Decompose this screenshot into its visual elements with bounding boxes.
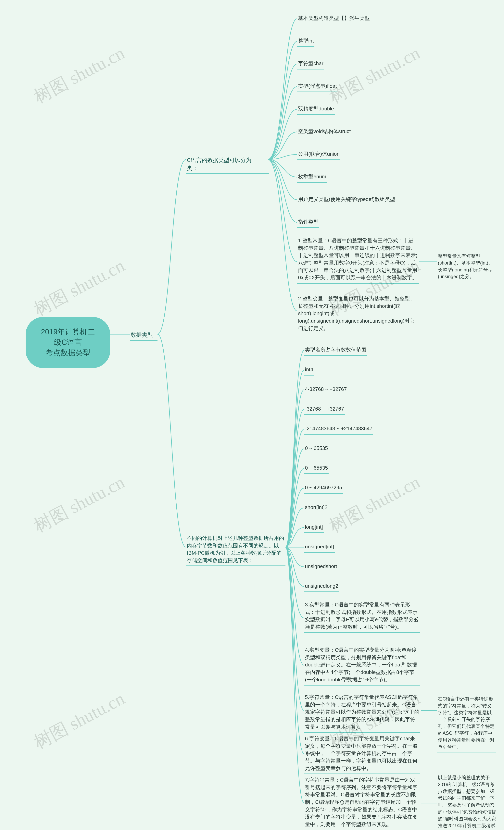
leaf-a3[interactable]: 实型(浮点型)float <box>297 82 338 92</box>
watermark: 树图 shutu.cn <box>30 687 129 755</box>
leaf-b4[interactable]: -2147483648 ~ +2147483647 <box>304 424 373 435</box>
leaf-a10-side[interactable]: 整型常量又有短整型(shortint)、基本整型(int)、长整型(longin… <box>437 252 496 282</box>
leaf-b16[interactable]: 6.字符变量：C语言中的字符变量用关键字char来定义，每个字符变量中只能存放一… <box>304 734 420 774</box>
leaf-a8[interactable]: 用户定义类型(使用关键字typedef)数组类型 <box>297 195 396 205</box>
leaf-b13[interactable]: 3.实型常量：C语言中的实型常量有两种表示形式：十进制数形式和指数形式。在用指数… <box>304 600 420 633</box>
watermark: 树图 shutu.cn <box>325 41 424 109</box>
leaf-b2[interactable]: 4-32768 ~ +32767 <box>304 385 348 395</box>
watermark: 树图 shutu.cn <box>325 470 424 538</box>
leaf-b12[interactable]: unsignedlong2 <box>304 582 339 592</box>
leaf-a1[interactable]: 整型int <box>297 36 314 47</box>
leaf-b5[interactable]: 0 ~ 65535 <box>304 444 328 454</box>
leaf-a4[interactable]: 双精度型double <box>297 104 335 115</box>
watermark: 树图 shutu.cn <box>30 470 129 538</box>
leaf-a10[interactable]: 1.整型常量：C语言中的整型常量有三种形式：十进制整型常量、八进制整型常量和十六… <box>297 236 419 284</box>
leaf-b10[interactable]: unsigned[int] <box>304 542 335 553</box>
branch-a-node[interactable]: C语言的数据类型可以分为三类： <box>186 155 269 174</box>
leaf-b7[interactable]: 0 ~ 4294697295 <box>304 483 343 493</box>
leaf-b15[interactable]: 5.字符常量：C语言的字符常量代表ASCⅡ码字符集里的一个字符，在程序中要单引号… <box>304 693 420 733</box>
leaf-b9[interactable]: long[int] <box>304 522 324 533</box>
leaf-b6[interactable]: 0 ~ 65535 <box>304 464 328 474</box>
leaf-b14[interactable]: 4.实型变量：C语言中的实型变量分为两种:单精度类型和双精度类型，分别用保留关键… <box>304 646 420 685</box>
leaf-a0[interactable]: 基本类型构造类型【】派生类型 <box>297 14 371 24</box>
leaf-b3[interactable]: -32768 ~ +32767 <box>304 405 345 415</box>
leaf-b0[interactable]: 类型名所占字节数数值范围 <box>304 345 367 356</box>
watermark: 树图 shutu.cn <box>30 254 129 322</box>
leaf-b8[interactable]: short[int]2 <box>304 503 328 513</box>
leaf-b11[interactable]: unsignedshort <box>304 562 338 572</box>
level1-node[interactable]: 数据类型 <box>130 330 158 341</box>
leaf-a2[interactable]: 字符型char <box>297 59 324 69</box>
leaf-b17-side[interactable]: 以上就是小编整理的关于2019年计算机二级C语言考点数据类型，想要参加二级考试的… <box>437 773 498 830</box>
leaf-a5[interactable]: 空类型void结构体struct <box>297 127 351 137</box>
leaf-a6[interactable]: 公用(联合)体union <box>297 150 340 160</box>
leaf-b15-side[interactable]: 在C语言中还有一类特殊形式的字符常量，称为"转义字符"。这类字符常量是以一个反斜… <box>437 695 496 753</box>
leaf-a11[interactable]: 2.整型变量：整型变量也可以分为基本型、短整型、长整型和无符号型四种。分别用in… <box>297 294 419 334</box>
watermark: 树图 shutu.cn <box>30 41 129 109</box>
leaf-a7[interactable]: 枚举型enum <box>297 172 327 183</box>
branch-b-node[interactable]: 不同的计算机对上述几种整型数据所占用的内存字节数和数值范围有不同的规定。以IBM… <box>186 533 285 566</box>
leaf-a9[interactable]: 指针类型 <box>297 218 319 228</box>
root-node[interactable]: 2019年计算机二级C语言 考点数据类型 <box>26 317 110 368</box>
leaf-b1[interactable]: int4 <box>304 365 314 376</box>
leaf-b17[interactable]: 7.字符串常量：C语言中的字符串常量是由一对双引号括起来的字符序列。注意不要将字… <box>304 775 420 830</box>
